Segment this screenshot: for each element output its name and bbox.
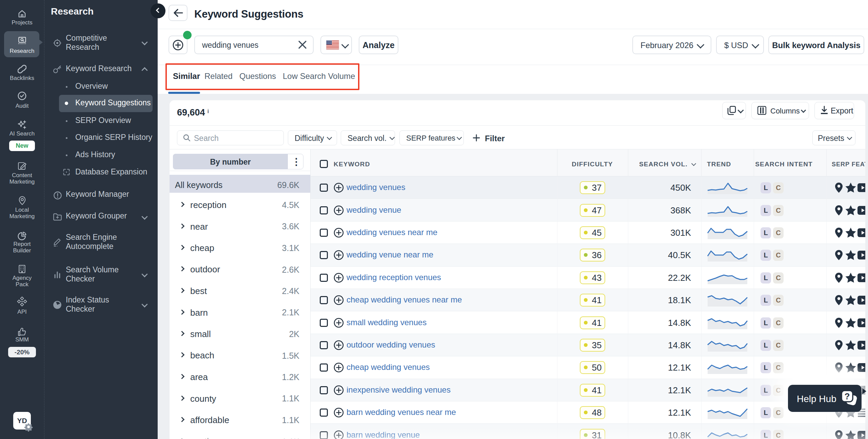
svg-text:?: ?	[845, 391, 850, 401]
